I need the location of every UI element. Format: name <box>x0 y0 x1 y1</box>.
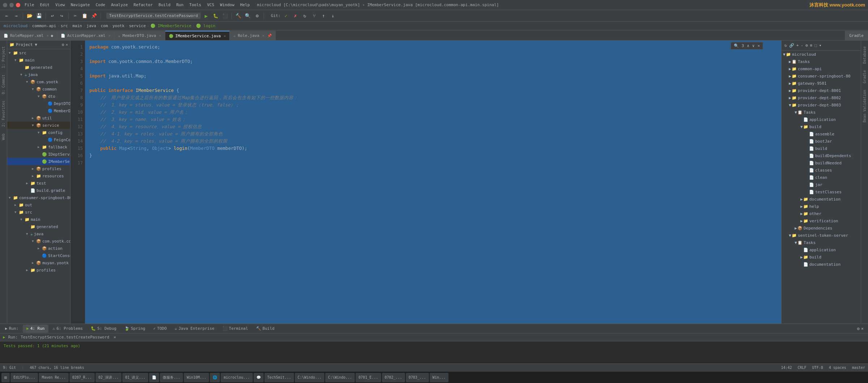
taskbar-0703[interactable]: 0703_... <box>406 373 429 382</box>
find-up[interactable]: ∧ <box>747 43 749 48</box>
bottom-close-icon[interactable]: × <box>861 326 864 331</box>
menu-build[interactable]: Build <box>158 3 170 7</box>
taskbar-cloud[interactable]: 🌐 <box>210 373 220 382</box>
status-position[interactable]: 14:42 <box>781 366 792 370</box>
bc-main[interactable]: main <box>72 24 82 28</box>
tree-start-consumer[interactable]: 🔵 StartConsumerApplication <box>7 252 70 259</box>
tree-consumer-profiles[interactable]: ▶ 📁 profiles <box>7 266 70 274</box>
gradle-tasks[interactable]: ▶ 📋 Tasks <box>782 58 861 65</box>
tree-imemberservice[interactable]: 🟢 IMemberService <box>7 158 70 165</box>
tree-consumer[interactable]: ▼ 📁 consumer-springboot-80 <box>7 194 70 201</box>
taskbar-01[interactable]: 01_讲义... <box>122 373 148 382</box>
tab-memberdto-close[interactable]: × <box>159 34 161 38</box>
gradle-other-group[interactable]: ▶ 📁 other <box>782 210 861 217</box>
taskbar-doc[interactable]: 📄 <box>149 373 159 382</box>
taskbar-cwindow2[interactable]: C:\Windo... <box>325 373 355 382</box>
tree-out[interactable]: ▶ 📁 out <box>7 201 70 209</box>
tree-service[interactable]: ▼ 📦 service <box>7 122 70 129</box>
maximize-btn[interactable] <box>9 3 14 7</box>
gradle-application[interactable]: 📄 application <box>782 116 861 123</box>
gradle-jar[interactable]: 📄 jar <box>782 181 861 188</box>
toolbar-build[interactable]: 🔨 <box>234 12 242 20</box>
side-tab-bean-validation[interactable]: Bean Validation <box>862 87 867 125</box>
code-editor[interactable]: 1 2 3 4 5 6 7 8 9 10 11 12 13 14 15 16 1… <box>71 41 781 324</box>
gradle-assemble[interactable]: 📄 assemble <box>782 130 861 138</box>
gradle-collapse-icon[interactable]: - <box>801 43 803 48</box>
bc-yootk[interactable]: yootk <box>112 24 124 28</box>
gradle-sentinel-build[interactable]: ▶ 📁 build <box>782 253 861 261</box>
taskbar-maven[interactable]: Maven Re... <box>39 373 68 382</box>
tab-enterprise[interactable]: ☕ Java Enterprise <box>171 325 218 333</box>
tree-build-gradle[interactable]: 📄 build.gradle <box>7 187 70 194</box>
bc-com[interactable]: com <box>101 24 108 28</box>
gradle-sentinel-docs[interactable]: 📄 documentation <box>782 261 861 268</box>
gradle-panel-tab[interactable]: Gradle <box>845 31 868 40</box>
menu-vcs[interactable]: VCS <box>207 3 214 7</box>
tab-run-inactive[interactable]: ▶ Run: <box>1 325 22 333</box>
tab-todo[interactable]: ✓ TODO <box>150 325 170 333</box>
side-tab-project[interactable]: 1: Project <box>1 43 6 71</box>
menu-window[interactable]: Window <box>220 3 234 7</box>
tree-consumer-generated[interactable]: 📁 generated <box>7 223 70 230</box>
gradle-settings-icon[interactable]: ⚙ <box>805 43 808 48</box>
taskbar-win10[interactable]: Win10M... <box>184 373 209 382</box>
tree-com-yootk[interactable]: ▼ 📦 com.yootk <box>7 78 70 85</box>
gradle-help-group[interactable]: ▶ 📁 help <box>782 203 861 210</box>
toolbar-copy[interactable]: 📋 <box>81 12 89 20</box>
toolbar-save[interactable]: 💾 <box>35 12 43 20</box>
taskbar-02[interactable]: 02_演讲... <box>95 373 122 382</box>
tree-util[interactable]: ▶ 📦 util <box>7 114 70 122</box>
menu-tools[interactable]: Tools <box>189 3 201 7</box>
git-pull[interactable]: ↓ <box>329 12 337 20</box>
tab-memberdto[interactable]: ☕ MemberDTO.java × <box>115 31 165 40</box>
bc-common-api[interactable]: common-api <box>32 24 56 28</box>
tree-java[interactable]: ▼ ☕ java <box>7 71 70 78</box>
status-branch[interactable]: master <box>852 366 865 370</box>
gradle-provider-8001[interactable]: ▶ 📁 provider-dept-8001 <box>782 87 861 94</box>
debug-button[interactable]: 🐛 <box>212 12 220 20</box>
tree-dto[interactable]: ▼ 📦 dto <box>7 93 70 100</box>
tree-test[interactable]: ▶ 📁 test <box>7 180 70 187</box>
menu-refactor[interactable]: Refactor <box>133 3 153 7</box>
taskbar-win-end[interactable]: Win... <box>430 373 448 382</box>
tab-actionmapper-close[interactable]: × <box>109 34 111 38</box>
side-tab-favorites[interactable]: 2: Favorites <box>1 98 6 130</box>
tab-role-close[interactable]: × <box>262 34 264 38</box>
gradle-documentation-group[interactable]: ▶ 📁 documentation <box>782 195 861 203</box>
tree-profiles[interactable]: ▶ 📦 profiles <box>7 165 70 172</box>
taskbar-start[interactable]: ⊞ <box>1 373 10 382</box>
code-content[interactable]: package com.yootk.service; import com.yo… <box>85 41 781 324</box>
menu-help[interactable]: Help <box>240 3 250 7</box>
find-bar[interactable]: 🔍 3 ∧ ∨ × <box>731 42 763 50</box>
gradle-link-icon[interactable]: 🔗 <box>789 43 794 48</box>
taskbar-tech[interactable]: TechSmit... <box>264 373 294 382</box>
tree-src[interactable]: ▼ 📁 src <box>7 49 70 56</box>
status-indent[interactable]: 4 spaces <box>829 366 846 370</box>
run-config-selector[interactable]: TestEncryptService.testCreatePassword <box>106 13 201 19</box>
git-push[interactable]: ↑ <box>320 12 328 20</box>
tree-ideptservice[interactable]: 🟢 IDeptService <box>7 151 70 158</box>
tree-consumer-main[interactable]: ▼ 📁 main <box>7 216 70 223</box>
find-down[interactable]: ∨ <box>752 43 755 48</box>
gradle-build-task[interactable]: 📄 build <box>782 145 861 152</box>
gradle-build-needed[interactable]: 📄 buildNeeded <box>782 159 861 167</box>
git-check[interactable]: ✓ <box>282 12 290 20</box>
taskbar-microcloud[interactable]: microclou... <box>221 373 252 382</box>
taskbar-qq[interactable]: 💬 <box>254 373 264 382</box>
gradle-verification-group[interactable]: ▶ 📁 verification <box>782 217 861 224</box>
tree-common[interactable]: ▼ 📦 common <box>7 85 70 93</box>
toolbar-settings[interactable]: ⚙ <box>253 12 261 20</box>
toolbar-back[interactable]: ← <box>3 12 11 20</box>
side-tab-commit[interactable]: 0: Commit <box>1 72 6 97</box>
menu-navigate[interactable]: Navigate <box>71 3 90 7</box>
tree-consumer-src[interactable]: ▼ 📁 src <box>7 209 70 216</box>
project-close-btn[interactable]: × <box>65 42 68 47</box>
tree-memberdto[interactable]: 🔵 MemberDTO <box>7 107 70 114</box>
project-settings-btn[interactable]: ⚙ <box>62 42 64 47</box>
gradle-expand-icon[interactable]: + <box>796 43 799 48</box>
tab-build[interactable]: 🔨 Build <box>252 325 278 333</box>
bc-service[interactable]: service <box>129 24 146 28</box>
gradle-gateway-9501[interactable]: ▶ 📁 gateway-9501 <box>782 80 861 87</box>
bc-src[interactable]: src <box>61 24 68 28</box>
minimize-btn[interactable] <box>3 3 7 7</box>
